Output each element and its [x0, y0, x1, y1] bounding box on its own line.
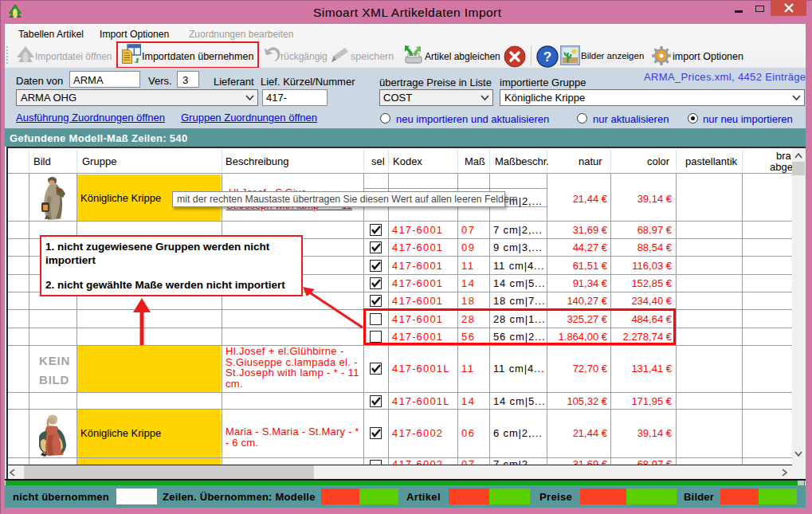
svg-text:?: ?	[543, 49, 551, 65]
